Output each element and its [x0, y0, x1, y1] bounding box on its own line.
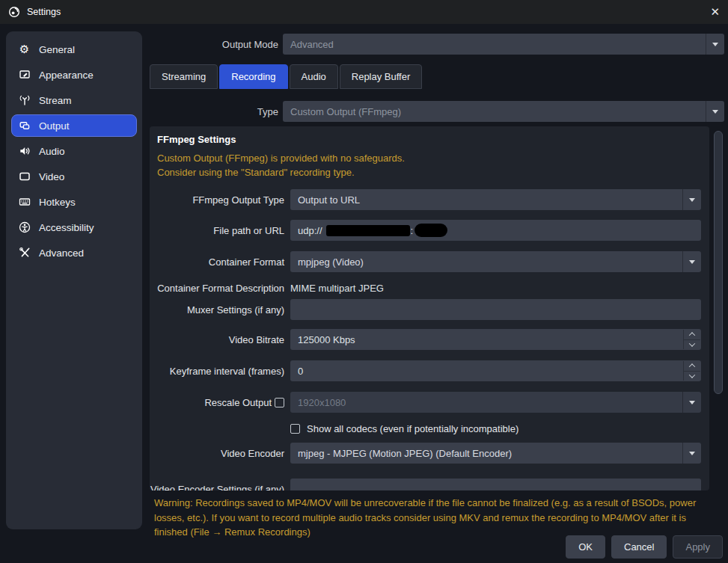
- pane-heading: FFmpeg Settings: [157, 134, 709, 145]
- rescale-output-checkbox[interactable]: [275, 398, 284, 407]
- type-row: Type Custom Output (FFmpeg): [150, 101, 724, 122]
- mp4-warning-text: Warning: Recordings saved to MP4/MOV wil…: [150, 496, 705, 540]
- close-icon[interactable]: ✕: [694, 5, 720, 19]
- file-path-row: File path or URL udp:// :: [150, 220, 709, 241]
- redaction-blob: [415, 224, 447, 237]
- sidebar-item-appearance[interactable]: Appearance: [11, 64, 137, 86]
- settings-main: Output Mode Advanced Streaming Recording…: [150, 31, 724, 540]
- keyframe-interval-row: Keyframe interval (frames) 0: [150, 360, 709, 381]
- video-bitrate-value: 125000 Kbps: [298, 334, 355, 345]
- tab-label: Audio: [302, 71, 326, 82]
- speaker-icon: [18, 145, 31, 158]
- video-encoder-row: Video Encoder mjpeg - MJPEG (Motion JPEG…: [150, 443, 709, 464]
- sidebar-item-advanced[interactable]: Advanced: [11, 241, 137, 264]
- file-path-input[interactable]: udp:// :: [290, 220, 701, 241]
- spin-up-button[interactable]: [684, 361, 700, 371]
- type-select[interactable]: Custom Output (FFmpeg): [283, 101, 724, 122]
- container-desc-value: MIME multipart JPEG: [290, 283, 384, 294]
- show-codecs-row: Show all codecs (even if potentially inc…: [150, 422, 709, 434]
- container-format-row: Container Format mpjpeg (Video): [150, 251, 709, 272]
- tab-label: Replay Buffer: [352, 71, 411, 82]
- cancel-button[interactable]: Cancel: [611, 535, 667, 559]
- ffmpeg-notice: Custom Output (FFmpeg) is provided with …: [157, 151, 709, 179]
- ffmpeg-output-type-value: Output to URL: [298, 194, 360, 206]
- tab-recording[interactable]: Recording: [219, 64, 287, 89]
- chevron-down-icon: [706, 34, 724, 55]
- container-format-select[interactable]: mpjpeg (Video): [290, 251, 701, 272]
- sidebar-item-video[interactable]: Video: [11, 165, 137, 188]
- sidebar-item-label: Stream: [39, 95, 72, 106]
- video-bitrate-label: Video Bitrate: [150, 334, 290, 345]
- chevron-up-icon: [689, 332, 695, 338]
- tab-label: Streaming: [162, 71, 206, 82]
- display-icon: [18, 170, 31, 183]
- tab-replay-buffer[interactable]: Replay Buffer: [340, 64, 423, 89]
- video-encoder-label: Video Encoder: [150, 448, 290, 459]
- container-format-value: mpjpeg (Video): [298, 256, 364, 268]
- ok-button[interactable]: OK: [566, 535, 605, 559]
- muxer-settings-row: Muxer Settings (if any): [150, 299, 709, 320]
- sidebar-item-audio[interactable]: Audio: [11, 140, 137, 162]
- video-encoder-value: mjpeg - MJPEG (Motion JPEG) (Default Enc…: [298, 448, 512, 459]
- sidebar-item-label: Accessibility: [39, 222, 94, 233]
- notice-line: Consider using the "Standard" recording …: [157, 165, 709, 179]
- pane-scrollbar[interactable]: [713, 127, 724, 487]
- sidebar-item-label: Advanced: [39, 247, 84, 259]
- type-value: Custom Output (FFmpeg): [290, 106, 401, 117]
- video-encoder-settings-row: Video Encoder Settings (if any): [150, 479, 709, 490]
- muxer-settings-input[interactable]: [290, 299, 701, 320]
- video-bitrate-row: Video Bitrate 125000 Kbps: [150, 329, 709, 350]
- muxer-settings-label: Muxer Settings (if any): [150, 304, 290, 316]
- sidebar-item-label: Video: [39, 171, 64, 182]
- obs-logo-icon: [8, 6, 20, 18]
- tools-icon: [18, 247, 31, 259]
- keyframe-interval-value: 0: [298, 366, 303, 377]
- spin-up-button[interactable]: [684, 330, 700, 339]
- sidebar-item-general[interactable]: ⚙ General: [11, 38, 137, 61]
- video-encoder-settings-input[interactable]: [290, 479, 701, 490]
- sidebar-item-accessibility[interactable]: Accessibility: [11, 216, 137, 239]
- tab-streaming[interactable]: Streaming: [150, 64, 218, 89]
- accessibility-icon: [18, 221, 31, 234]
- video-encoder-settings-label: Video Encoder Settings (if any): [150, 484, 290, 491]
- redaction-bar: [326, 225, 410, 236]
- chevron-down-icon: [706, 101, 724, 122]
- container-desc-label: Container Format Description: [150, 283, 290, 294]
- rescale-output-label: Rescale Output: [204, 397, 272, 408]
- output-mode-select[interactable]: Advanced: [283, 34, 724, 55]
- settings-sidebar: ⚙ General Appearance Stream Output: [6, 31, 142, 529]
- scrollbar-thumb[interactable]: [714, 131, 723, 394]
- sidebar-item-label: Audio: [39, 146, 65, 157]
- apply-button[interactable]: Apply: [673, 535, 723, 559]
- appearance-icon: [18, 69, 31, 81]
- gear-icon: ⚙: [18, 43, 31, 56]
- ffmpeg-output-type-select[interactable]: Output to URL: [290, 189, 701, 210]
- file-path-label: File path or URL: [150, 225, 290, 236]
- type-label: Type: [150, 106, 283, 117]
- chevron-down-icon: [689, 372, 695, 378]
- file-path-separator: :: [411, 225, 414, 236]
- spin-down-button[interactable]: [684, 339, 700, 350]
- rescale-output-row: Rescale Output 1920x1080: [150, 392, 709, 413]
- chevron-down-icon: [689, 340, 695, 346]
- video-encoder-select[interactable]: mjpeg - MJPEG (Motion JPEG) (Default Enc…: [290, 443, 701, 464]
- chevron-down-icon: [682, 443, 701, 464]
- sidebar-item-hotkeys[interactable]: Hotkeys: [11, 191, 137, 213]
- ffmpeg-output-type-label: FFmpeg Output Type: [150, 194, 290, 206]
- keyframe-interval-spinner[interactable]: 0: [290, 360, 701, 381]
- antenna-icon: [18, 94, 31, 107]
- dialog-footer: OK Cancel Apply: [566, 535, 723, 559]
- chevron-up-icon: [689, 363, 695, 369]
- titlebar: Settings ✕: [0, 0, 728, 24]
- spin-down-button[interactable]: [684, 371, 700, 381]
- ffmpeg-output-type-row: FFmpeg Output Type Output to URL: [150, 189, 709, 210]
- tab-audio[interactable]: Audio: [290, 64, 338, 89]
- sidebar-item-output[interactable]: Output: [11, 114, 137, 137]
- output-mode-row: Output Mode Advanced: [150, 34, 724, 55]
- show-codecs-checkbox[interactable]: [290, 424, 300, 434]
- video-bitrate-spinner[interactable]: 125000 Kbps: [290, 329, 701, 350]
- sidebar-item-label: Hotkeys: [39, 197, 76, 208]
- sidebar-item-stream[interactable]: Stream: [11, 89, 137, 111]
- sidebar-item-label: Appearance: [39, 70, 94, 81]
- rescale-resolution-select[interactable]: 1920x1080: [290, 392, 701, 413]
